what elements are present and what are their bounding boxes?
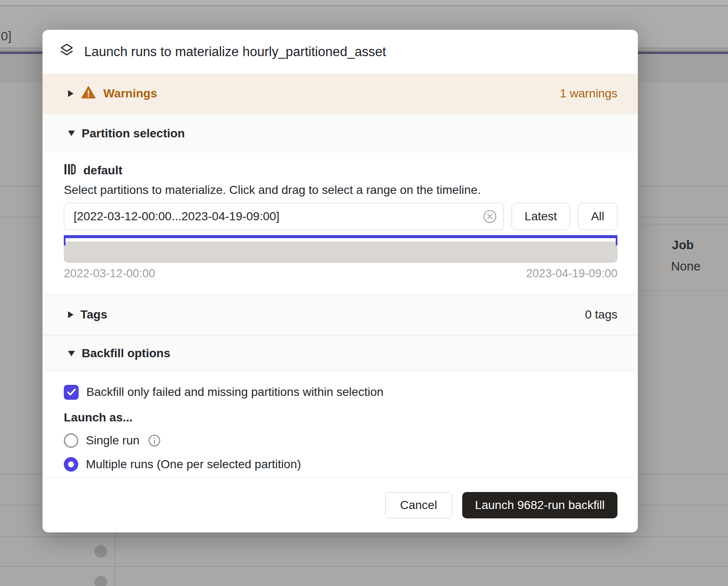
backfill-options-label: Backfill options: [82, 347, 170, 360]
tags-section-header[interactable]: Tags 0 tags: [43, 294, 638, 335]
circle-x-icon: [483, 219, 497, 225]
background-truncated-text: 0]: [1, 29, 11, 43]
chevron-down-icon: [68, 131, 75, 136]
partition-selection-range-bar[interactable]: [64, 235, 617, 238]
background-row-line: [0, 566, 728, 567]
partition-selection-label: Partition selection: [82, 127, 185, 140]
background-top-strip: [0, 0, 728, 6]
partition-dimension-icon: [64, 163, 76, 179]
partition-range-input-wrap: [64, 203, 504, 230]
single-run-option-row: Single run: [64, 432, 617, 449]
background-job-column-header: Job: [672, 238, 694, 252]
background-row-dot: [94, 576, 107, 586]
chevron-right-icon: [68, 311, 74, 318]
dialog-footer: Cancel Launch 9682-run backfill: [43, 478, 638, 532]
info-circle-icon[interactable]: [148, 434, 161, 447]
partition-range-input[interactable]: [64, 203, 504, 230]
multiple-runs-option-row: Multiple runs (One per selected partitio…: [64, 456, 617, 473]
dimension-name: default: [83, 164, 122, 177]
range-start-label: 2022-03-12-00:00: [64, 267, 155, 280]
cancel-button[interactable]: Cancel: [385, 492, 452, 518]
backfill-options-body: Backfill only failed and missing partiti…: [43, 372, 638, 478]
dialog-header: Launch runs to materialize hourly_partit…: [43, 30, 638, 74]
partition-helper-text: Select partitions to materialize. Click …: [64, 182, 617, 198]
background-row-line: [0, 536, 728, 537]
dimension-row: default: [64, 163, 617, 178]
all-button[interactable]: All: [578, 203, 617, 230]
partition-selection-body: default Select partitions to materialize…: [43, 153, 638, 294]
multiple-runs-radio[interactable]: [64, 457, 78, 472]
partition-selection-section-header[interactable]: Partition selection: [43, 114, 638, 153]
latest-button[interactable]: Latest: [512, 203, 570, 230]
warnings-count: 1 warnings: [560, 87, 617, 100]
dialog-title: Launch runs to materialize hourly_partit…: [84, 44, 386, 60]
clear-selection-button[interactable]: [483, 209, 497, 224]
background-job-column-value: None: [671, 259, 700, 273]
partition-health-bar[interactable]: [64, 242, 617, 263]
tags-label: Tags: [80, 308, 107, 321]
launch-backfill-button[interactable]: Launch 9682-run backfill: [462, 492, 617, 518]
launch-as-label: Launch as...: [64, 410, 617, 425]
single-run-label: Single run: [86, 434, 139, 447]
chevron-down-icon: [68, 351, 75, 356]
launch-backfill-dialog: Launch runs to materialize hourly_partit…: [43, 30, 638, 532]
backfill-options-section-header[interactable]: Backfill options: [43, 335, 638, 372]
warnings-section-header[interactable]: Warnings 1 warnings: [43, 74, 638, 114]
materialize-layers-icon: [59, 42, 75, 62]
partition-range-labels: 2022-03-12-00:00 2023-04-19-09:00: [64, 267, 617, 280]
warnings-label: Warnings: [103, 87, 157, 100]
single-run-radio[interactable]: [64, 433, 78, 448]
backfill-only-failed-row: Backfill only failed and missing partiti…: [64, 384, 617, 400]
background-row-dot: [94, 545, 107, 558]
partition-input-row: Latest All: [64, 203, 617, 230]
warning-triangle-icon: [81, 85, 96, 102]
chevron-right-icon: [68, 90, 74, 97]
range-end-label: 2023-04-19-09:00: [526, 267, 617, 280]
backfill-only-failed-checkbox[interactable]: [64, 385, 79, 400]
backfill-only-failed-label: Backfill only failed and missing partiti…: [86, 385, 384, 399]
tags-count: 0 tags: [585, 308, 617, 321]
multiple-runs-label: Multiple runs (One per selected partitio…: [86, 458, 301, 471]
